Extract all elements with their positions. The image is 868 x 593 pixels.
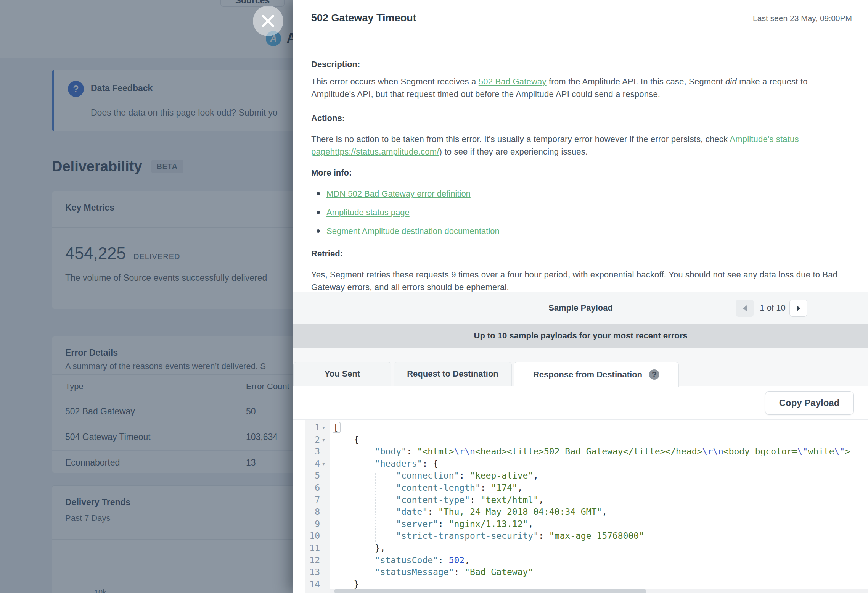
emphasis-text: did (725, 77, 737, 86)
drawer-header: 502 Gateway Timeout Last seen 23 May, 09… (293, 0, 868, 38)
close-button[interactable] (253, 6, 283, 36)
code-text: }, (333, 542, 868, 554)
line-number: 6 (305, 482, 320, 494)
code-line: 9 "server": "nginx/1.13.12", (293, 518, 868, 530)
text: ) to see if they are experiencing issues… (439, 147, 588, 156)
code-line: 7 "content-type": "text/html", (293, 494, 868, 506)
more-info-link[interactable]: Amplitude status page (326, 208, 410, 217)
payload-info-banner: Up to 10 sample payloads for your most r… (293, 324, 868, 348)
line-number: 11 (305, 542, 320, 554)
help-icon[interactable]: ? (649, 369, 659, 380)
payload-code-viewer: 1▾[2▾ {3 "body": "<html>\r\n<head><title… (293, 419, 868, 593)
retried-text: Yes, Segment retries these requests 9 ti… (311, 268, 845, 293)
line-number: 7 (305, 494, 320, 506)
fold-toggle-icon[interactable]: ▾ (322, 458, 325, 470)
code-line: 13 "statusMessage": "Bad Gateway" (293, 566, 868, 578)
line-number: 3 (305, 446, 320, 458)
description-label: Description: (311, 58, 845, 71)
indent-guide (354, 448, 354, 580)
code-text: { (333, 434, 868, 446)
code-text: "statusCode": 502, (333, 554, 868, 567)
copy-payload-button[interactable]: Copy Payload (765, 391, 854, 415)
payload-tabs: You SentRequest to DestinationResponse f… (293, 348, 868, 386)
code-text: "server": "nginx/1.13.12", (333, 518, 868, 530)
more-info-item: MDN 502 Bad Gateway error definition (317, 187, 845, 200)
bad-gateway-link[interactable]: 502 Bad Gateway (479, 77, 547, 86)
code-text: } (333, 578, 868, 591)
text: from the Amplitude API. In this case, Se… (547, 77, 725, 86)
actions-label: Actions: (311, 112, 845, 124)
code-text: "strict-transport-security": "max-age=15… (333, 530, 868, 542)
tab-label: Response from Destination (533, 370, 642, 380)
code-line: 14 } (293, 578, 868, 591)
tab-you-sent[interactable]: You Sent (293, 362, 391, 386)
line-number: 13 (305, 566, 320, 578)
screen: Sources A A ? Data Feedback Does the dat… (0, 0, 868, 593)
code-line: 12 "statusCode": 502, (293, 554, 868, 567)
previous-payload-button[interactable] (736, 300, 754, 317)
chevron-right-icon (797, 305, 800, 311)
line-number: 8 (305, 506, 320, 518)
code-text: "statusMessage": "Bad Gateway" (333, 566, 868, 578)
line-number: 9 (305, 518, 320, 530)
close-icon (261, 14, 275, 28)
drawer-title: 502 Gateway Timeout (311, 12, 416, 24)
code-text: "headers": { (333, 458, 868, 470)
tab-request-to-destination[interactable]: Request to Destination (394, 362, 512, 386)
code-text: "body": "<html>\r\n<head><title>502 Bad … (333, 446, 868, 458)
code-line: 3 "body": "<html>\r\n<head><title>502 Ba… (293, 446, 868, 458)
code-text: "date": "Thu, 24 May 2018 04:40:34 GMT", (333, 506, 868, 518)
code-line: 6 "content-length": "174", (293, 482, 868, 494)
more-info-item: Segment Amplitude destination documentat… (317, 225, 845, 237)
code-line: 1▾[ (293, 422, 868, 434)
payload-page-indicator: 1 of 10 (756, 292, 789, 324)
description-text: This error occurs when Segment receives … (311, 75, 845, 100)
next-payload-button[interactable] (789, 300, 807, 317)
code-line: 11 }, (293, 542, 868, 554)
text: There is no action to be taken from this… (311, 134, 730, 144)
code-text: "connection": "keep-alive", (333, 470, 868, 482)
tab-label: You Sent (325, 369, 360, 379)
tab-response-from-destination[interactable]: Response from Destination? (514, 362, 679, 387)
text: This error occurs when Segment receives … (311, 77, 479, 86)
fold-toggle-icon[interactable]: ▾ (322, 434, 325, 446)
error-detail-drawer: 502 Gateway Timeout Last seen 23 May, 09… (293, 0, 868, 593)
line-number: 5 (305, 470, 320, 482)
line-number: 4 (305, 458, 320, 470)
line-number: 1 (305, 422, 320, 434)
drawer-body: Description: This error occurs when Segm… (311, 38, 845, 293)
scrollbar-thumb[interactable] (334, 589, 646, 593)
line-number: 12 (305, 554, 320, 567)
code-text: "content-length": "174", (333, 482, 868, 494)
fold-toggle-icon[interactable]: ▾ (322, 422, 325, 434)
retried-label: Retried: (311, 247, 845, 260)
more-info-link[interactable]: Segment Amplitude destination documentat… (326, 226, 500, 236)
horizontal-scrollbar (330, 589, 868, 593)
code-line: 8 "date": "Thu, 24 May 2018 04:40:34 GMT… (293, 506, 868, 518)
more-info-list: MDN 502 Bad Gateway error definitionAmpl… (311, 187, 845, 237)
code-line: 5 "connection": "keep-alive", (293, 470, 868, 482)
line-number: 14 (305, 578, 320, 591)
more-info-label: More info: (311, 166, 845, 179)
code-text: "content-type": "text/html", (333, 494, 868, 506)
more-info-link[interactable]: MDN 502 Bad Gateway error definition (326, 189, 471, 198)
line-number: 10 (305, 530, 320, 542)
code-line: 4▾ "headers": { (293, 458, 868, 470)
last-seen-timestamp: Last seen 23 May, 09:00PM (753, 14, 852, 23)
chevron-left-icon (743, 305, 747, 311)
code-line: 10 "strict-transport-security": "max-age… (293, 530, 868, 542)
more-info-item: Amplitude status page (317, 206, 845, 219)
code-text: [ (333, 422, 868, 434)
line-number: 2 (305, 434, 320, 446)
sample-payload-bar: Sample Payload 1 of 10 (293, 292, 868, 324)
code-line: 2▾ { (293, 434, 868, 446)
actions-text: There is no action to be taken from this… (311, 133, 845, 158)
tab-label: Request to Destination (407, 369, 498, 379)
code-lines: 1▾[2▾ {3 "body": "<html>\r\n<head><title… (293, 422, 868, 590)
indent-guide (375, 472, 376, 543)
